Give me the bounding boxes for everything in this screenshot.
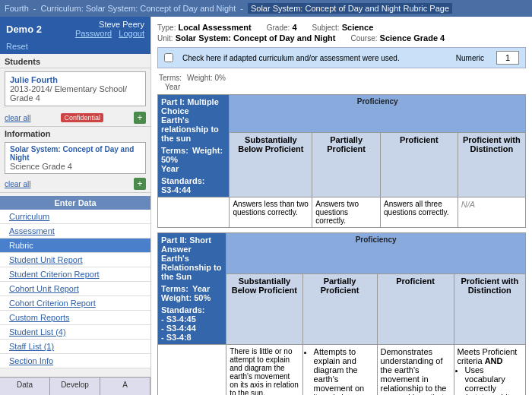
sidebar-app-header: Demo 2 Steve Peery Password Logout	[0, 17, 150, 41]
part2-p-header: Proficient	[377, 274, 454, 345]
adapted-row: Check here if adapted curriculum and/or …	[157, 47, 526, 68]
tab-data[interactable]: Data	[0, 378, 50, 395]
unit-value: Solar System: Concept of Day and Night	[176, 33, 336, 43]
nav-student-list[interactable]: Student List (4)	[0, 325, 150, 340]
pwd-item-0: Uses vocabulary correctly (rotate, orbit…	[465, 365, 522, 395]
main-layout: Demo 2 Steve Peery Password Logout Reset…	[0, 17, 532, 395]
part1-p-header: Proficient	[381, 132, 458, 197]
adapted-terms-row: Terms: Weight: 0% Year	[159, 73, 526, 91]
breadcrumb-fourth[interactable]: Fourth	[5, 4, 29, 13]
part2-sbp-header: Substantially Below Proficient	[226, 274, 302, 345]
password-link[interactable]: Password	[75, 29, 112, 38]
part2-standards-row: Standards: - S3-4:45 - S3-4:44 - S3-4:8	[161, 305, 223, 342]
numeric-label: Numeric	[456, 54, 484, 62]
part1-proficiency-header: Proficiency	[230, 95, 526, 133]
part1-pp-text: Answers two questions correctly.	[312, 198, 381, 228]
content-title-row: Type: Local Assessment Grade: 4 Subject:…	[157, 23, 526, 32]
info-item-sub: Science Grade 4	[10, 162, 141, 171]
nav-section-info[interactable]: Section Info	[0, 354, 150, 368]
course-info: Course: Science Grade 4	[351, 33, 445, 43]
part1-pwd-text: N/A	[458, 198, 525, 228]
subject-value: Science	[342, 23, 374, 32]
part1-terms: Terms: Weight: 50%	[161, 146, 226, 164]
students-clear-link[interactable]: clear all	[5, 114, 30, 122]
part1-header-cell: Part I: Multiple Choice Earth's relation…	[158, 95, 230, 198]
bottom-tabs: Data Develop A	[0, 377, 150, 395]
adapted-terms: Terms:	[159, 74, 182, 82]
part1-subtitle: Earth's relationship to the sun	[161, 115, 226, 143]
nav-curriculum[interactable]: Curriculum	[0, 210, 150, 224]
logout-link[interactable]: Logout	[119, 29, 144, 38]
student-card: Julie Fourth 2013-2014/ Elementary Schoo…	[5, 71, 146, 106]
part2-terms: Terms: Year	[161, 284, 223, 293]
student-detail: 2013-2014/ Elementary School/ Grade 4	[10, 84, 141, 103]
part1-pwd-header: Proficient with Distinction	[458, 132, 525, 197]
breadcrumb-rubric[interactable]: Solar System: Concept of Day and Night R…	[248, 3, 452, 14]
part2-pp-cell: Attempts to explain and diagram the eart…	[302, 345, 377, 396]
user-info: Steve Peery Password Logout	[75, 20, 144, 38]
info-item-title[interactable]: Solar System: Concept of Day and Night	[10, 145, 141, 162]
nav-student-criterion[interactable]: Student Criterion Report	[0, 267, 150, 282]
part2-title: Part II: Short Answer	[161, 235, 223, 254]
pwd-meets: Meets Proficient criteria AND	[458, 347, 522, 365]
adapted-year: Year	[165, 83, 180, 91]
part1-table: Part I: Multiple Choice Earth's relation…	[157, 94, 526, 228]
adapted-checkbox[interactable]	[164, 53, 173, 62]
nav-rubric[interactable]: Rubric	[0, 239, 150, 253]
info-item: Solar System: Concept of Day and Night S…	[5, 142, 146, 174]
part2-weight: Weight: 50%	[161, 293, 223, 302]
nav-cohort-unit[interactable]: Cohort Unit Report	[0, 282, 150, 296]
adapted-value-box: 1	[496, 51, 519, 65]
part1-sbp-header: Substantially Below Proficient	[230, 132, 312, 197]
subject-info: Subject: Science	[312, 23, 374, 32]
tab-develop[interactable]: Develop	[50, 378, 100, 395]
part2-pwd-header: Proficient with Distinction	[454, 274, 525, 345]
part1-sbp-text: Answers less than two questions correctl…	[230, 198, 312, 228]
app-title: Demo 2	[6, 24, 42, 35]
info-clear-link[interactable]: clear all	[5, 180, 30, 188]
students-clear-row: clear all Confidential +	[0, 109, 150, 127]
student-name[interactable]: Julie Fourth	[10, 75, 141, 84]
part1-p-text: Answers all three questions correctly.	[381, 198, 458, 228]
part2-pwd-cell: Meets Proficient criteria AND Uses vocab…	[454, 345, 525, 396]
part1-year: Year	[161, 164, 226, 173]
nav-assessment[interactable]: Assessment	[0, 224, 150, 239]
adapted-weight: Weight: 0%	[187, 74, 226, 82]
type-label: Type:	[157, 24, 176, 32]
course-value: Science Grade 4	[380, 33, 445, 43]
top-header: Fourth - Curriculum: Solar System: Conce…	[0, 0, 532, 17]
breadcrumb-curriculum[interactable]: Curriculum: Solar System: Concept of Day…	[40, 4, 236, 13]
info-clear-row: clear all +	[0, 175, 150, 193]
content-subtitle-row: Unit: Solar System: Concept of Day and N…	[157, 33, 526, 43]
part2-subtitle: Earth's Relationship to the Sun	[161, 254, 223, 281]
part2-pp-header: Partially Proficient	[302, 274, 377, 345]
part1-pp-header: Partially Proficient	[312, 132, 381, 197]
nav-custom-reports[interactable]: Custom Reports	[0, 311, 150, 325]
content-area: Type: Local Assessment Grade: 4 Subject:…	[151, 17, 532, 395]
part2-part-spacer	[158, 345, 226, 396]
breadcrumb-sep-1: -	[33, 4, 36, 13]
nav-cohort-criterion[interactable]: Cohort Criterion Report	[0, 296, 150, 311]
add-student-button[interactable]: +	[134, 112, 146, 124]
nav-staff-list[interactable]: Staff List (1)	[0, 340, 150, 354]
grade-value: 4	[292, 23, 296, 32]
part1-title: Part I: Multiple Choice	[161, 97, 226, 115]
adapted-value[interactable]: 1	[496, 51, 519, 65]
nav-student-unit[interactable]: Student Unit Report	[0, 253, 150, 267]
tab-a[interactable]: A	[100, 378, 150, 395]
sidebar: Demo 2 Steve Peery Password Logout Reset…	[0, 17, 151, 395]
part2-pp-list: Attempts to explain and diagram the eart…	[306, 347, 374, 395]
part1-standards-row: Standards: S3-4:44	[161, 176, 226, 194]
reset-link[interactable]: Reset	[0, 41, 150, 54]
part2-proficiency-header: Proficiency	[226, 233, 526, 274]
add-info-button[interactable]: +	[134, 178, 146, 190]
breadcrumb-sep-2: -	[240, 4, 243, 13]
part2-table: Part II: Short Answer Earth's Relationsh…	[157, 232, 526, 395]
information-section-header: Information	[0, 127, 150, 141]
subject-label: Subject:	[312, 24, 340, 32]
unit-label: Unit:	[157, 34, 173, 43]
grade-info: Grade: 4	[267, 23, 297, 32]
course-label: Course:	[351, 34, 378, 43]
type-value: Local Assessment	[179, 23, 252, 32]
part2-sbp-text: There is little or no attempt to explain…	[226, 345, 302, 396]
